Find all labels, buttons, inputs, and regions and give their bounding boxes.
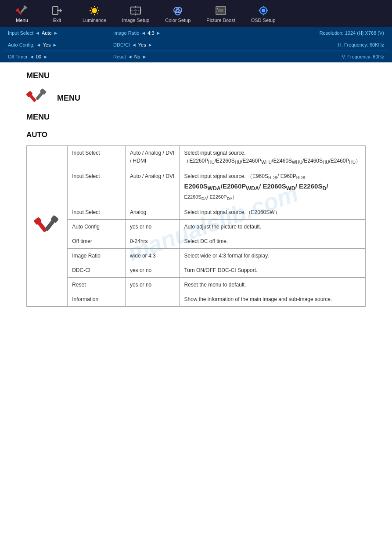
exit-label: Exit bbox=[53, 18, 61, 23]
ddc-ci-value: Yes bbox=[138, 42, 146, 47]
off-timer-value: 00 bbox=[36, 54, 41, 59]
table-row: Information Show the information of the … bbox=[27, 292, 366, 307]
menu-item-menu[interactable]: Menu bbox=[4, 3, 40, 25]
settings-row-1: Input Select ◄ Auto ► Image Ratio ◄ 4:3 … bbox=[4, 27, 388, 39]
table-row: Input Select Auto / Analog / DVI Select … bbox=[27, 169, 366, 205]
color-setup-label: Color Setup bbox=[165, 18, 191, 23]
table-cell-desc-8: Reset the menu to default. bbox=[180, 278, 366, 292]
table-cell-name-1: Input Select bbox=[68, 146, 126, 169]
table-cell-name-4: Auto Config bbox=[68, 220, 126, 234]
table-row: Image Ratio wide or 4:3 Select wide or 4… bbox=[27, 249, 366, 263]
picture-boost-icon-area bbox=[214, 4, 228, 17]
ddc-ci-group: DDC/CI ◄ Yes ► bbox=[110, 41, 206, 49]
table-cell-name-6: Image Ratio bbox=[68, 249, 126, 263]
table-cell-desc-3: Select input signal source.（E2060SW） bbox=[180, 205, 366, 220]
menu-title-3: MENU bbox=[26, 112, 366, 122]
luminance-label: Luminance bbox=[83, 18, 106, 23]
ddc-ci-arrow-left[interactable]: ◄ bbox=[132, 42, 137, 47]
v-frequency-info: V. Frequency: 60Hz bbox=[342, 54, 384, 59]
table-cell-desc-6: Select wide or 4:3 format for display. bbox=[180, 249, 366, 263]
image-ratio-group: Image Ratio ◄ 4:3 ► bbox=[110, 29, 206, 37]
svg-rect-27 bbox=[217, 8, 218, 9]
resolution-group: Resolution: 1024 (H) X768 (V) bbox=[206, 29, 388, 37]
auto-config-label: Auto Config. bbox=[8, 42, 35, 47]
table-row: Input Select Auto / Analog / DVI / HDMI … bbox=[27, 146, 366, 169]
page-title-menu1: MENU bbox=[26, 71, 366, 80]
table-icon-cell bbox=[27, 146, 68, 307]
svg-line-12 bbox=[97, 13, 98, 14]
table-cell-desc-9: Show the information of the main image a… bbox=[180, 292, 366, 307]
picture-boost-label: Picture Boost bbox=[206, 18, 235, 23]
image-ratio-arrow-right[interactable]: ► bbox=[156, 30, 161, 36]
table-cell-name-5: Off timer bbox=[68, 234, 126, 249]
menu-title-2: MENU bbox=[57, 94, 80, 103]
table-cell-desc-7: Turn ON/OFF DDC-CI Support. bbox=[180, 263, 366, 278]
off-timer-label: Off Timer bbox=[8, 54, 28, 59]
auto-config-group: Auto Config. ◄ Yes ► bbox=[4, 41, 110, 49]
ddc-ci-label: DDC/CI bbox=[113, 42, 130, 47]
table-cell-values-8: yes or no bbox=[125, 278, 180, 292]
menu-item-luminance[interactable]: Luminance bbox=[75, 3, 114, 25]
info-table: Input Select Auto / Analog / DVI / HDMI … bbox=[26, 145, 366, 307]
table-cell-desc-5: Select DC off time. bbox=[180, 234, 366, 249]
resolution-info: Resolution: 1024 (H) X768 (V) bbox=[320, 30, 384, 36]
input-select-arrow-left[interactable]: ◄ bbox=[35, 30, 40, 36]
table-row: Off timer 0-24hrs Select DC off time. bbox=[27, 234, 366, 249]
image-setup-label: Image Setup bbox=[122, 18, 149, 23]
off-timer-arrow-left[interactable]: ◄ bbox=[29, 54, 34, 59]
table-cell-name-7: DDC-CI bbox=[68, 263, 126, 278]
table-cell-values-2: Auto / Analog / DVI bbox=[125, 169, 180, 205]
input-select-group: Input Select ◄ Auto ► bbox=[4, 29, 110, 37]
table-cell-values-9 bbox=[125, 292, 180, 307]
image-ratio-label: Image Ratio bbox=[113, 30, 139, 36]
input-select-label: Input Select bbox=[8, 30, 33, 36]
table-cell-name-3: Input Select bbox=[68, 205, 126, 220]
exit-icon-area bbox=[50, 4, 64, 17]
tools-icon-large bbox=[26, 87, 48, 110]
settings-row-2: Auto Config. ◄ Yes ► DDC/CI ◄ Yes ► H. F… bbox=[4, 39, 388, 51]
auto-config-arrow-right[interactable]: ► bbox=[52, 42, 57, 47]
menu-bar: Menu Exit Lumina bbox=[0, 0, 392, 27]
menu-item-exit[interactable]: Exit bbox=[40, 3, 75, 25]
image-ratio-value: 4:3 bbox=[147, 30, 154, 36]
svg-line-13 bbox=[97, 7, 98, 8]
table-cell-name-9: Information bbox=[68, 292, 126, 307]
reset-value: No bbox=[134, 54, 140, 59]
svg-line-11 bbox=[91, 7, 92, 8]
table-cell-desc-2: Select input signal source. （E960SRDA/ E… bbox=[180, 169, 366, 205]
image-ratio-arrow-left[interactable]: ◄ bbox=[141, 30, 146, 36]
svg-rect-26 bbox=[218, 9, 223, 12]
ddc-ci-arrow-right[interactable]: ► bbox=[148, 42, 153, 47]
menu-item-picture-boost[interactable]: Picture Boost bbox=[198, 3, 243, 25]
table-cell-name-2: Input Select bbox=[68, 169, 126, 205]
menu-icon-area bbox=[15, 4, 29, 17]
image-setup-icon-area bbox=[129, 4, 143, 17]
menu-item-osd-setup[interactable]: OSD Setup bbox=[243, 3, 284, 25]
auto-config-value: Yes bbox=[43, 42, 50, 47]
auto-heading: AUTO bbox=[26, 131, 366, 139]
luminance-icon-area bbox=[87, 4, 101, 17]
h-frequency-info: H. Frequency: 60KHz bbox=[338, 42, 384, 47]
color-setup-icon-area bbox=[171, 4, 185, 17]
input-select-arrow-right[interactable]: ► bbox=[54, 30, 58, 36]
page-content: MENU MENU MENU AUTO manualslib.com bbox=[0, 62, 392, 316]
reset-arrow-right[interactable]: ► bbox=[142, 54, 147, 59]
v-frequency-group: V. Frequency: 60Hz bbox=[206, 53, 388, 61]
table-cell-values-7: yes or no bbox=[125, 263, 180, 278]
off-timer-group: Off Timer ◄ 00 ► bbox=[4, 53, 110, 61]
off-timer-arrow-right[interactable]: ► bbox=[43, 54, 48, 59]
osd-setup-icon-area bbox=[256, 4, 270, 17]
reset-arrow-left[interactable]: ◄ bbox=[128, 54, 133, 59]
table-row: DDC-CI yes or no Turn ON/OFF DDC-CI Supp… bbox=[27, 263, 366, 278]
reset-label: Reset bbox=[113, 54, 126, 59]
table-cell-values-3: Analog bbox=[125, 205, 180, 220]
table-row: Auto Config yes or no Auto adjust the pi… bbox=[27, 220, 366, 234]
menu-item-image-setup[interactable]: Image Setup bbox=[114, 3, 157, 25]
table-row: Input Select Analog Select input signal … bbox=[27, 205, 366, 220]
svg-line-14 bbox=[91, 13, 92, 14]
table-cell-name-8: Reset bbox=[68, 278, 126, 292]
menu-item-color-setup[interactable]: Color Setup bbox=[157, 3, 198, 25]
h-frequency-group: H. Frequency: 60KHz bbox=[206, 41, 388, 49]
auto-config-arrow-left[interactable]: ◄ bbox=[36, 42, 41, 47]
osd-setup-label: OSD Setup bbox=[251, 18, 276, 23]
